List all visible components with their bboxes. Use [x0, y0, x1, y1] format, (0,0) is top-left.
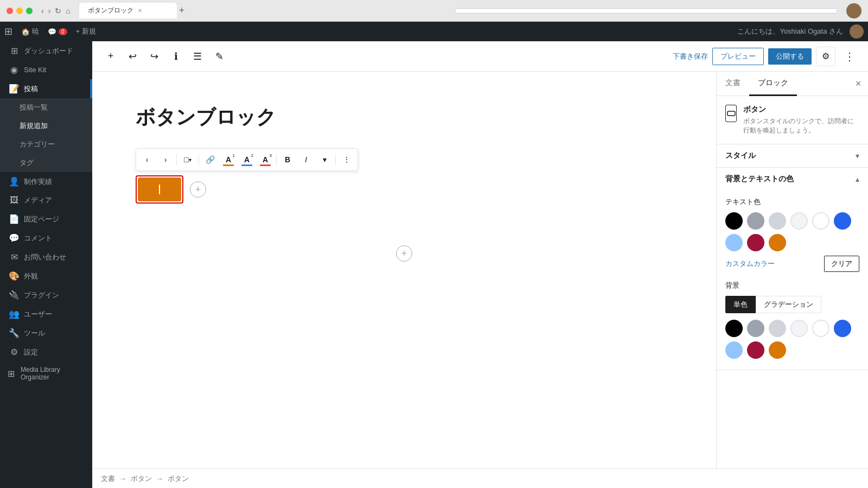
home-button[interactable]: ⌂ [66, 7, 70, 15]
bg-swatch-amber[interactable] [769, 341, 786, 359]
admin-bar-comments[interactable]: 💬 0 [43, 28, 72, 36]
more-rich-text-icon: ▾ [323, 155, 327, 164]
swatch-light-blue[interactable] [725, 234, 743, 251]
swatch-light-gray[interactable] [769, 212, 786, 230]
sidebar-item-portfolio[interactable]: 👤 制作実績 [0, 172, 92, 191]
redo-button[interactable]: ↪ [144, 47, 164, 66]
text-color-3-icon: A [263, 155, 268, 164]
new-tab-button[interactable]: + [179, 5, 185, 16]
swatch-black[interactable] [725, 212, 743, 230]
publish-button[interactable]: 公開する [768, 48, 812, 65]
add-button-block-button[interactable]: + [190, 181, 206, 198]
bold-button[interactable]: B [279, 151, 296, 168]
bg-swatch-black[interactable] [725, 320, 743, 337]
minimize-dot[interactable] [16, 8, 23, 14]
sidebar-item-posts-categories[interactable]: カテゴリー [0, 135, 92, 154]
admin-bar-avatar[interactable] [850, 24, 864, 39]
sidebar-item-pages[interactable]: 📄 固定ページ [0, 210, 92, 229]
bg-swatch-light-gray[interactable] [769, 320, 786, 337]
block-type-icon: □ [184, 155, 188, 164]
swatch-near-white[interactable] [790, 212, 808, 230]
bg-swatch-light-blue[interactable] [725, 341, 743, 359]
bg-swatch-dark-red[interactable] [747, 341, 764, 359]
more-options-button[interactable]: ⋮ [840, 47, 859, 66]
admin-bar-home[interactable]: 🏠 暁 [17, 27, 43, 36]
bg-swatch-near-white[interactable] [790, 320, 808, 337]
bg-text-color-content: テキスト色 カスタムカラ [717, 191, 868, 370]
tab-close-button[interactable]: ✕ [138, 8, 142, 14]
save-draft-button[interactable]: 下書き保存 [673, 52, 708, 61]
text-color-2-button[interactable]: A 2 [238, 151, 256, 168]
button-block-selected[interactable] [136, 175, 183, 204]
block-type-button[interactable]: □ ▾ [179, 151, 196, 168]
block-next-button[interactable]: › [157, 151, 174, 168]
center-add-block-button[interactable]: + [396, 245, 412, 262]
sidebar-item-settings[interactable]: ⚙ 設定 [0, 343, 92, 362]
swatch-white[interactable] [812, 212, 829, 230]
bg-color-swatches [725, 320, 859, 359]
text-color-3-button[interactable]: A 3 [257, 151, 274, 168]
panel-close-button[interactable]: × [848, 74, 868, 93]
block-more-button[interactable]: ⋮ [338, 151, 355, 168]
sidebar-item-tools[interactable]: 🔧 ツール [0, 324, 92, 343]
bg-swatch-gray[interactable] [747, 320, 764, 337]
forward-button[interactable]: › [48, 7, 51, 15]
back-button[interactable]: ‹ [41, 7, 44, 15]
clear-color-button[interactable]: クリア [824, 256, 859, 272]
post-title[interactable]: ボタンブロック [136, 104, 673, 131]
sidebar-item-users[interactable]: 👥 ユーザー [0, 305, 92, 324]
address-bar[interactable] [455, 8, 838, 14]
refresh-button[interactable]: ↻ [55, 7, 61, 15]
swatch-dark-red[interactable] [747, 234, 764, 251]
style-section-header[interactable]: スタイル ▾ [717, 144, 868, 167]
status-item-1[interactable]: 文書 [101, 474, 115, 484]
sidebar-item-posts-new[interactable]: 新規追加 [0, 117, 92, 135]
undo-button[interactable]: ↩ [123, 47, 142, 66]
bg-swatch-blue[interactable] [834, 320, 851, 337]
wp-admin-bar: ⊞ 🏠 暁 💬 0 + 新規 こんにちは、Yoshiaki Ogata さん [0, 22, 868, 41]
wp-logo[interactable]: ⊞ [4, 26, 12, 37]
list-view-button[interactable]: ☰ [188, 47, 207, 66]
browser-tab[interactable]: ボタンブロック ✕ [79, 3, 177, 18]
sidebar-item-posts[interactable]: 📝 投稿 [0, 79, 92, 98]
add-block-button[interactable]: + [101, 47, 120, 66]
tab-document[interactable]: 文書 [717, 72, 749, 96]
block-prev-button[interactable]: ‹ [138, 151, 156, 168]
close-dot[interactable] [7, 8, 13, 14]
sidebar-item-appearance[interactable]: 🎨 外観 [0, 267, 92, 286]
sidebar-item-media-library[interactable]: ⊞ Media Library Organizer [0, 362, 92, 385]
swatch-gray[interactable] [747, 212, 764, 230]
tab-block[interactable]: ブロック [749, 72, 797, 96]
preview-button[interactable]: プレビュー [712, 48, 764, 65]
sidebar-item-dashboard[interactable]: ⊞ ダッシュボード [0, 41, 92, 60]
status-item-3[interactable]: ボタン [168, 474, 189, 484]
italic-button[interactable]: I [297, 151, 315, 168]
swatch-blue[interactable] [834, 212, 851, 230]
sidebar-item-media[interactable]: 🖼 メディア [0, 191, 92, 210]
status-item-2[interactable]: ボタン [131, 474, 152, 484]
bg-text-color-section-header[interactable]: 背景とテキストの色 ▴ [717, 168, 868, 191]
link-button[interactable]: 🔗 [201, 151, 219, 168]
tools-button[interactable]: ✎ [209, 47, 229, 66]
more-rich-text-button[interactable]: ▾ [316, 151, 333, 168]
sidebar-item-contact[interactable]: ✉ お問い合わせ [0, 248, 92, 267]
sidebar-item-posts-tags[interactable]: タグ [0, 154, 92, 172]
style-section: スタイル ▾ [717, 144, 868, 168]
sidebar-item-plugins[interactable]: 🔌 プラグイン [0, 286, 92, 305]
swatch-amber[interactable] [769, 234, 786, 251]
text-color-1-button[interactable]: A 1 [220, 151, 237, 168]
sidebar-item-posts-list[interactable]: 投稿一覧 [0, 98, 92, 117]
admin-bar-right: こんにちは、Yoshiaki Ogata さん [737, 24, 864, 39]
admin-bar-new[interactable]: + 新規 [72, 27, 100, 36]
bg-tab-solid[interactable]: 単色 [725, 296, 756, 313]
sidebar-item-sitekit[interactable]: ◉ Site Kit [0, 60, 92, 79]
bg-tab-gradient[interactable]: グラデーション [756, 296, 821, 313]
custom-color-link[interactable]: カスタムカラー [725, 259, 820, 269]
maximize-dot[interactable] [26, 8, 33, 14]
settings-button[interactable]: ⚙ [816, 47, 835, 66]
bg-swatch-white[interactable] [812, 320, 829, 337]
editor-content[interactable]: ボタンブロック ‹ › □ ▾ 🔗 A 1 [92, 72, 716, 468]
sidebar-item-comments[interactable]: 💬 コメント [0, 229, 92, 248]
button-block[interactable] [138, 178, 181, 201]
post-info-button[interactable]: ℹ [166, 47, 186, 66]
